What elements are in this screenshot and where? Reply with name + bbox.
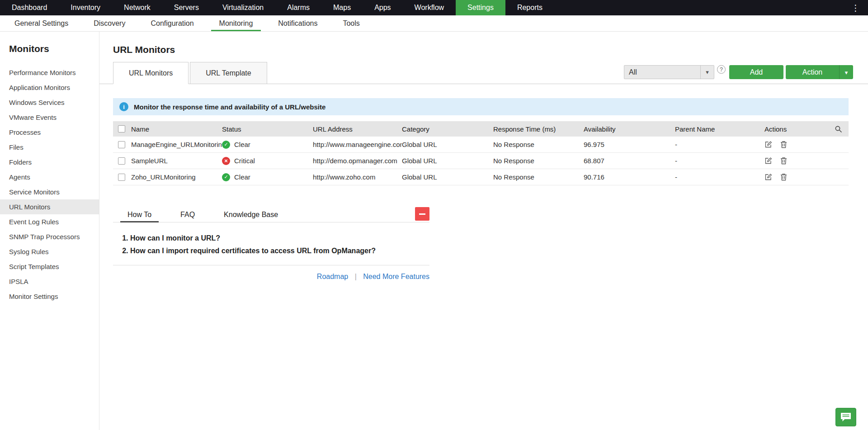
sidebar-item-folders[interactable]: Folders: [0, 155, 99, 170]
sidebar-item-event-log-rules[interactable]: Event Log Rules: [0, 214, 99, 229]
sidebar-item-application-monitors[interactable]: Application Monitors: [0, 80, 99, 95]
help-icon[interactable]: ?: [717, 65, 726, 74]
action-dropdown-button[interactable]: [839, 65, 853, 79]
parent-name: -: [675, 157, 764, 165]
monitor-name[interactable]: SampleURL: [131, 157, 222, 165]
tab-knowledge-base[interactable]: Knowledge Base: [209, 207, 292, 222]
sidebar-item-snmp-trap-processors[interactable]: SNMP Trap Processors: [0, 229, 99, 244]
sidebar-item-windows-services[interactable]: Windows Services: [0, 95, 99, 110]
tab-url-monitors[interactable]: URL Monitors: [113, 62, 189, 84]
roadmap-link[interactable]: Roadmap: [317, 273, 348, 280]
top-nav: Dashboard Inventory Network Servers Virt…: [0, 0, 868, 15]
row-checkbox[interactable]: [118, 157, 125, 165]
row-checkbox[interactable]: [118, 141, 125, 148]
filter-dropdown-value: All: [624, 66, 700, 79]
info-banner: Monitor the response time and availabili…: [113, 98, 849, 115]
delete-icon[interactable]: [780, 141, 787, 148]
sidebar-item-processes[interactable]: Processes: [0, 125, 99, 140]
column-header-actions: Actions: [764, 125, 827, 133]
add-button[interactable]: Add: [729, 65, 783, 79]
column-header-category[interactable]: Category: [402, 125, 493, 133]
category: Global URL: [402, 157, 493, 165]
url-address: http://demo.opmanager.com: [313, 157, 402, 165]
category: Global URL: [402, 173, 493, 181]
chevron-down-icon: [700, 66, 714, 79]
need-more-features-link[interactable]: Need More Features: [363, 273, 429, 280]
table-header-row: Name Status URL Address Category Respons…: [113, 121, 849, 137]
row-checkbox[interactable]: [118, 174, 125, 181]
status-clear-icon: [222, 173, 230, 181]
filter-dropdown[interactable]: All: [624, 65, 714, 79]
subnav-discovery[interactable]: Discovery: [81, 15, 138, 31]
monitor-name[interactable]: Zoho_URLMonitoring: [131, 173, 222, 181]
collapse-button[interactable]: [415, 207, 429, 221]
nav-maps[interactable]: Maps: [321, 0, 363, 15]
subnav-configuration[interactable]: Configuration: [138, 15, 206, 31]
tab-how-to[interactable]: How To: [113, 207, 166, 222]
nav-workflow[interactable]: Workflow: [403, 0, 456, 15]
support-chat-button[interactable]: [835, 408, 856, 426]
select-all-checkbox[interactable]: [118, 125, 125, 132]
sidebar-item-vmware-events[interactable]: VMware Events: [0, 110, 99, 125]
separator: |: [355, 273, 357, 280]
minus-icon: [419, 213, 425, 215]
status-label: Critical: [234, 157, 255, 165]
sidebar-item-ipsla[interactable]: IPSLA: [0, 274, 99, 289]
subnav-tools[interactable]: Tools: [330, 15, 372, 31]
edit-icon[interactable]: [764, 157, 772, 165]
sidebar-item-script-templates[interactable]: Script Templates: [0, 259, 99, 274]
nav-dashboard[interactable]: Dashboard: [0, 0, 59, 15]
sidebar-item-agents[interactable]: Agents: [0, 170, 99, 184]
delete-icon[interactable]: [780, 157, 787, 165]
nav-apps[interactable]: Apps: [363, 0, 402, 15]
tab-faq[interactable]: FAQ: [166, 207, 209, 222]
delete-icon[interactable]: [780, 173, 787, 181]
help-section: How To FAQ Knowledge Base How can I moni…: [113, 207, 429, 281]
sidebar-item-url-monitors[interactable]: URL Monitors: [0, 199, 99, 214]
nav-network[interactable]: Network: [112, 0, 162, 15]
footer-links: Roadmap | Need More Features: [113, 273, 429, 281]
nav-reports[interactable]: Reports: [505, 0, 554, 15]
main-content: URL Monitors URL Monitors URL Template A…: [99, 32, 868, 430]
status-label: Clear: [234, 141, 250, 148]
column-header-name[interactable]: Name: [131, 125, 222, 133]
status-critical-icon: [222, 157, 230, 165]
sidebar-item-files[interactable]: Files: [0, 140, 99, 155]
kebab-menu-icon[interactable]: [843, 0, 868, 15]
column-header-availability[interactable]: Availability: [584, 125, 675, 133]
nav-settings[interactable]: Settings: [456, 0, 505, 15]
sidebar-item-performance-monitors[interactable]: Performance Monitors: [0, 65, 99, 80]
divider: [113, 265, 429, 265]
sidebar-item-monitor-settings[interactable]: Monitor Settings: [0, 289, 99, 304]
edit-icon[interactable]: [764, 141, 772, 148]
chat-icon: [840, 412, 851, 422]
nav-inventory[interactable]: Inventory: [59, 0, 112, 15]
tab-url-template[interactable]: URL Template: [190, 62, 267, 84]
how-to-item[interactable]: How can I import required certificates t…: [130, 247, 429, 255]
column-header-url-address[interactable]: URL Address: [313, 125, 402, 133]
search-icon[interactable]: [835, 125, 842, 133]
how-to-item[interactable]: How can I monitor a URL?: [130, 234, 429, 242]
nav-virtualization[interactable]: Virtualization: [211, 0, 275, 15]
availability: 96.975: [584, 141, 675, 148]
subnav-monitoring[interactable]: Monitoring: [207, 15, 266, 31]
settings-sub-nav: General Settings Discovery Configuration…: [0, 15, 868, 32]
column-header-parent-name[interactable]: Parent Name: [675, 125, 764, 133]
info-banner-text: Monitor the response time and availabili…: [134, 103, 326, 111]
column-header-response-time[interactable]: Response Time (ms): [493, 125, 584, 133]
monitor-name[interactable]: ManageEngine_URLMonitoring: [131, 141, 222, 148]
response-time: No Response: [493, 173, 584, 181]
status-label: Clear: [234, 173, 250, 181]
nav-alarms[interactable]: Alarms: [275, 0, 321, 15]
category: Global URL: [402, 141, 493, 148]
url-monitors-table: Name Status URL Address Category Respons…: [113, 121, 849, 185]
column-header-status[interactable]: Status: [222, 125, 313, 133]
edit-icon[interactable]: [764, 173, 772, 181]
sidebar-item-service-monitors[interactable]: Service Monitors: [0, 184, 99, 199]
nav-servers[interactable]: Servers: [162, 0, 211, 15]
subnav-general-settings[interactable]: General Settings: [2, 15, 81, 31]
action-button[interactable]: Action: [786, 65, 839, 79]
subnav-notifications[interactable]: Notifications: [265, 15, 330, 31]
sidebar-item-syslog-rules[interactable]: Syslog Rules: [0, 244, 99, 259]
page-title: URL Monitors: [113, 44, 868, 55]
